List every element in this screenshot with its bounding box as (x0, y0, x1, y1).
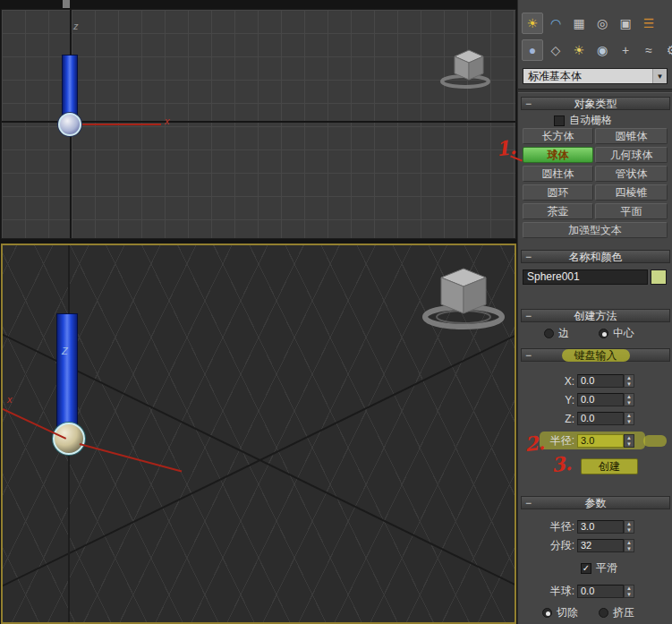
primitive-type-dropdown[interactable]: 标准基本体 ▼ (523, 68, 668, 84)
x-axis-gizmo (82, 124, 161, 125)
spinner-down-icon: ▼ (625, 546, 634, 552)
3dsmax-window: z x Z x ☀ ◠ (0, 0, 672, 624)
tab-display[interactable]: ▣ (615, 13, 636, 34)
create-box-button[interactable]: 长方体 (523, 128, 593, 144)
tab-hierarchy[interactable]: ▦ (568, 13, 590, 34)
center-radio[interactable] (599, 329, 608, 338)
spinner-down-icon: ▼ (625, 381, 634, 388)
motion-icon: ◎ (597, 16, 608, 30)
tab-modify[interactable]: ◠ (545, 13, 566, 34)
y-spinner[interactable]: ▲▼ (624, 393, 634, 406)
create-textplus-button[interactable]: 加强型文本 (523, 222, 668, 238)
spinner-up-icon: ▲ (625, 586, 634, 592)
panel-divider (518, 89, 672, 93)
category-shapes[interactable]: ◇ (545, 39, 566, 61)
category-helpers[interactable]: + (615, 39, 636, 61)
create-tube-button[interactable]: 管状体 (595, 166, 668, 182)
object-color-swatch[interactable] (651, 269, 667, 285)
chop-radio[interactable] (542, 608, 552, 618)
category-systems[interactable]: ⚙ (661, 39, 672, 61)
z-spinner[interactable]: ▲▼ (624, 412, 634, 425)
param-segments-field[interactable]: 32 (577, 539, 624, 552)
keyboard-radius-field[interactable]: 3.0 (577, 434, 624, 448)
chop-radio-row: 切除 (542, 605, 578, 620)
rollout-creation-method[interactable]: − 创建方法 (521, 309, 670, 322)
squash-radio[interactable] (599, 608, 608, 618)
spinner-down-icon: ▼ (625, 592, 634, 598)
systems-icon: ⚙ (667, 43, 672, 57)
param-segments-spinner[interactable]: ▲▼ (624, 539, 634, 552)
keyboard-x-field[interactable]: 0.0 (577, 374, 624, 388)
spinner-up-icon: ▲ (625, 375, 634, 381)
spinner-up-icon: ▲ (625, 394, 634, 400)
smooth-row: ✓ 平滑 (581, 560, 617, 576)
y-axis-gizmo (80, 443, 182, 472)
create-torus-button[interactable]: 圆环 (523, 184, 593, 201)
param-hemisphere-spinner[interactable]: ▲▼ (624, 585, 634, 598)
segments-label: 分段: (518, 538, 577, 553)
center-label: 中心 (613, 326, 634, 341)
create-geosphere-button[interactable]: 几何球体 (595, 147, 668, 163)
create-cylinder-button[interactable]: 圆柱体 (523, 166, 593, 182)
tab-create[interactable]: ☀ (522, 13, 543, 34)
cylinder-object[interactable] (62, 55, 78, 115)
spinner-up-icon: ▲ (625, 435, 634, 441)
spinner-down-icon: ▼ (625, 400, 634, 406)
param-radius-spinner[interactable]: ▲▼ (624, 520, 634, 534)
y-label: Y: (518, 394, 577, 406)
x-spinner[interactable]: ▲▼ (624, 374, 634, 388)
category-space-warps[interactable]: ≈ (638, 39, 659, 61)
rollout-parameters[interactable]: − 参数 (521, 496, 670, 509)
collapse-icon: − (525, 251, 532, 263)
smooth-checkbox[interactable]: ✓ (581, 563, 591, 574)
keyboard-create-button[interactable]: 创建 (581, 458, 638, 474)
spinner-down-icon: ▼ (625, 527, 634, 534)
autogrid-label: 自动栅格 (569, 113, 612, 128)
sphere-object[interactable] (58, 113, 81, 136)
category-lights[interactable]: ☀ (568, 39, 590, 61)
viewport-perspective[interactable]: Z x (1, 244, 516, 624)
param-hemisphere-row: 半球: 0.0 ▲▼ (518, 584, 672, 599)
viewcube[interactable] (414, 261, 513, 338)
object-name-field[interactable]: Sphere001 (523, 269, 648, 285)
viewcube[interactable] (438, 46, 501, 90)
tab-utilities[interactable]: ☰ (638, 13, 659, 34)
category-geometry[interactable]: ● (522, 39, 543, 61)
create-sphere-button[interactable]: 球体 (523, 147, 593, 163)
spinner-up-icon: ▲ (625, 413, 634, 419)
create-plane-button[interactable]: 平面 (595, 203, 668, 219)
radius-spinner[interactable]: ▲▼ (624, 434, 634, 448)
keyboard-z-field[interactable]: 0.0 (577, 412, 624, 425)
create-icon: ☀ (527, 16, 539, 30)
sphere-object[interactable] (53, 423, 85, 455)
create-cone-button[interactable]: 圆锥体 (595, 128, 668, 144)
x-label: X: (518, 375, 577, 388)
param-hemisphere-field[interactable]: 0.0 (577, 585, 624, 598)
rollout-keyboard-entry[interactable]: − 键盘输入 (521, 348, 670, 362)
param-radius-field[interactable]: 3.0 (577, 520, 624, 534)
grid-main-line (1, 325, 516, 624)
spinner-up-icon: ▲ (625, 540, 634, 546)
autogrid-checkbox[interactable] (554, 115, 565, 126)
geometry-icon: ● (529, 43, 536, 57)
rollout-name-color[interactable]: − 名称和颜色 (521, 250, 670, 263)
collapse-icon: − (525, 349, 532, 362)
edge-radio[interactable] (544, 329, 554, 338)
radius-label: 半径: (518, 519, 577, 534)
rollout-object-type[interactable]: − 对象类型 (521, 97, 670, 110)
keyboard-z-row: Z: 0.0 ▲▼ (518, 411, 672, 426)
keyboard-x-row: X: 0.0 ▲▼ (518, 373, 672, 389)
collapse-icon: − (525, 497, 532, 509)
utilities-icon: ☰ (643, 16, 655, 30)
create-teapot-button[interactable]: 茶壶 (523, 203, 593, 219)
viewport-front[interactable]: z x (1, 9, 516, 239)
create-pyramid-button[interactable]: 四棱锥 (595, 184, 668, 201)
collapse-icon: − (525, 98, 532, 110)
cylinder-object[interactable] (56, 313, 78, 432)
category-cameras[interactable]: ◉ (591, 39, 613, 61)
spinner-up-icon: ▲ (625, 521, 634, 527)
tab-motion[interactable]: ◎ (591, 13, 613, 34)
edge-radio-row: 边 (544, 326, 569, 341)
x-axis-label: x (165, 115, 170, 126)
keyboard-y-field[interactable]: 0.0 (577, 393, 624, 406)
